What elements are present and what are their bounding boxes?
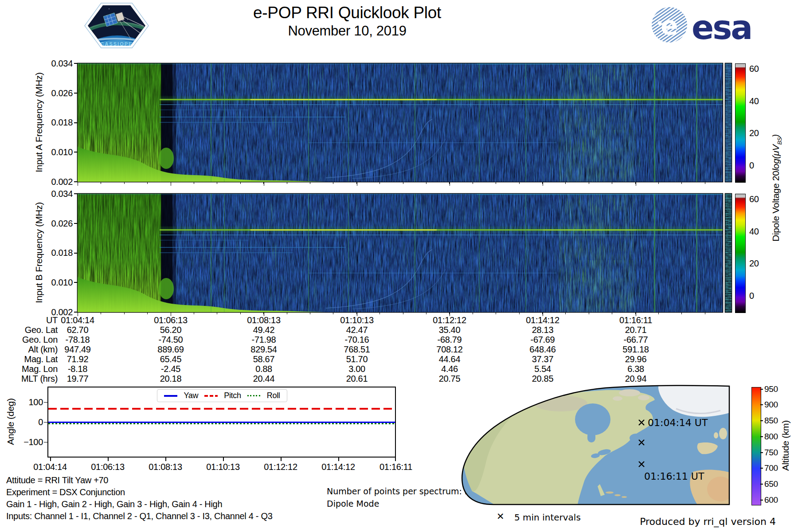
- angle-xtick: 01:12:12: [256, 462, 305, 472]
- alt-cb-tick: 800: [764, 432, 778, 442]
- freq-tick: 0.026: [48, 219, 73, 229]
- alt-cb-tick: 850: [764, 416, 778, 426]
- track-end-label: 01:16:11 UT: [644, 471, 704, 482]
- ephem-cell: -2.45: [140, 364, 202, 374]
- ephem-cell: -70.16: [326, 335, 388, 345]
- ephem-cell: -78.18: [47, 335, 109, 345]
- ephem-cell: 829.54: [233, 344, 295, 355]
- tick-mark: [74, 181, 78, 182]
- ephem-cell: 01:10:13: [326, 315, 388, 325]
- cb-tick: 0: [749, 291, 754, 301]
- ephem-cell: 51.70: [326, 354, 388, 364]
- ephem-cell: 01:04:14: [47, 315, 109, 325]
- cb-label-math: log(μV: [771, 145, 781, 171]
- angle-xtick: 01:14:12: [314, 462, 363, 472]
- cb-tick: 0: [749, 160, 754, 171]
- ephem-cell: 708.12: [419, 344, 481, 355]
- alt-cb-tick: 750: [764, 448, 778, 458]
- svg-text:e: e: [661, 11, 678, 41]
- ephem-cell: 58.67: [233, 354, 295, 364]
- ephem-cell: 20.61: [326, 374, 388, 384]
- tick-mark: [760, 468, 763, 469]
- freq-tick: 0.002: [48, 177, 73, 187]
- ephem-cell: 5.54: [512, 364, 574, 374]
- tick-mark: [760, 500, 763, 501]
- spectrogram-a-side-strip: [725, 63, 732, 182]
- page-title: e-POP RRI Quicklook Plot: [253, 4, 441, 22]
- ephem-cell: 01:14:12: [512, 315, 574, 325]
- alt-cb-tick: 650: [764, 479, 778, 489]
- ephem-cell: 20.71: [605, 325, 667, 335]
- spectrogram-input-a: [78, 63, 723, 182]
- interval-legend-text: 5 min intervals: [514, 512, 581, 523]
- ephem-cell: -71.98: [233, 335, 295, 345]
- ephem-cell: 37.37: [512, 354, 574, 364]
- tick-mark: [74, 223, 78, 224]
- alt-cb-tick: 600: [764, 495, 778, 505]
- ephem-cell: 648.46: [512, 344, 574, 355]
- ephem-cell: 19.77: [47, 374, 109, 384]
- angle-xtick: 01:04:14: [26, 462, 74, 472]
- minor-ticks-b: [78, 313, 723, 314]
- angle-xtick: 01:06:13: [83, 462, 132, 472]
- ephem-cell: 71.92: [47, 354, 109, 364]
- ephem-cell: 889.69: [140, 344, 202, 355]
- yaw-legend-swatch: [164, 395, 177, 397]
- ephem-cell: 0.88: [233, 364, 295, 374]
- ephem-cell: 44.64: [419, 354, 481, 364]
- panel-b-ylabel: Input B Frequency (MHz): [34, 202, 44, 303]
- tick-mark: [74, 312, 78, 313]
- tick-mark: [74, 122, 78, 123]
- credit-line: Produced by rri_ql version 4: [620, 516, 776, 527]
- alt-cb-tick: 950: [764, 384, 778, 394]
- ephem-cell: 01:06:13: [140, 315, 202, 325]
- ephem-cell: 20.85: [512, 374, 574, 384]
- quicklook-plot-page: CASSIOPE e-POP RRI Quicklook Plot Novemb…: [0, 0, 798, 532]
- spectrogram-b-side-strip: [725, 194, 732, 312]
- ephem-cell: 56.20: [140, 325, 202, 335]
- ephem-cell: 20.44: [233, 374, 295, 384]
- tick-mark: [760, 452, 763, 453]
- ground-track-map: 01:04:14 UT 01:16:11 UT: [428, 385, 731, 506]
- tick-mark: [543, 182, 543, 186]
- tick-mark: [395, 458, 396, 461]
- ephem-cell: -8.18: [47, 364, 109, 374]
- tick-mark: [74, 282, 78, 283]
- ephem-cell: 49.42: [233, 325, 295, 335]
- yaw-legend-label: Yaw: [184, 391, 198, 400]
- angle-ytick: −100: [16, 437, 43, 447]
- tick-mark: [74, 93, 78, 94]
- ephem-cell: 62.70: [47, 325, 109, 335]
- colorbar-b: [735, 194, 746, 313]
- angle-ytick: 100: [16, 397, 43, 407]
- freq-tick: 0.026: [48, 88, 73, 98]
- ephem-cell: 6.38: [605, 364, 667, 374]
- inputs-info-line: Inputs: Channel 1 - I1, Channel 2 - Q1, …: [6, 511, 272, 521]
- patch-art: CASSIOPE: [83, 2, 150, 49]
- ephem-cell: 35.40: [419, 325, 481, 335]
- roll-legend-swatch: [247, 395, 261, 397]
- tick-mark: [760, 420, 763, 421]
- altitude-colorbar-label: Altitude (km): [780, 420, 791, 471]
- attitude-ylabel: Angle (deg): [5, 398, 16, 445]
- ephem-cell: -68.79: [419, 335, 481, 345]
- pitch-legend-swatch: [204, 395, 218, 397]
- tick-mark: [74, 253, 78, 254]
- tick-mark: [281, 458, 282, 461]
- tick-mark: [165, 458, 166, 461]
- freq-tick: 0.010: [48, 278, 73, 288]
- ephem-cell: 01:12:12: [419, 315, 481, 325]
- altitude-colorbar: [751, 387, 761, 505]
- ephem-cell: 42.47: [326, 325, 388, 335]
- cb-tick: 20: [749, 128, 759, 138]
- tick-mark: [264, 182, 264, 186]
- ephem-cell: 947.49: [47, 344, 109, 355]
- tick-mark: [171, 182, 171, 186]
- pitch-legend-label: Pitch: [224, 391, 241, 400]
- dipole-voltage-colorbar-label: Dipole Voltage 20log(μVBS): [771, 134, 782, 242]
- tick-mark: [760, 389, 763, 390]
- dipole-mode-line: Dipole Mode: [327, 499, 379, 509]
- tick-mark: [74, 152, 78, 153]
- tick-mark: [760, 404, 763, 405]
- ephem-cell: -67.69: [512, 335, 574, 345]
